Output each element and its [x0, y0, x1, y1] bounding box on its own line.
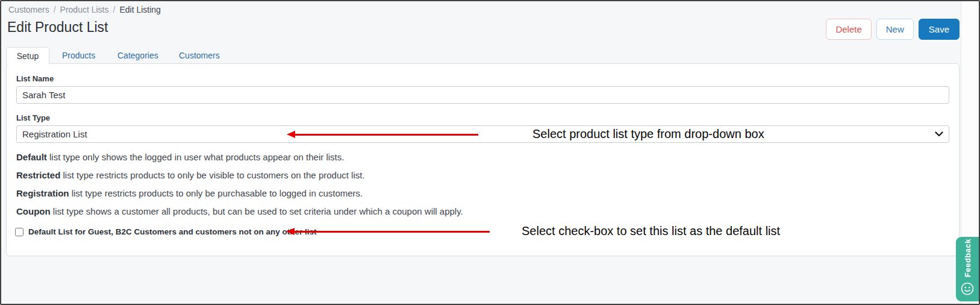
list-name-input[interactable]: [16, 86, 949, 104]
delete-button[interactable]: Delete: [826, 19, 871, 40]
help-coupon-term: Coupon: [16, 206, 51, 216]
list-type-select-wrap: Registration List: [16, 125, 949, 143]
help-restricted: Restricted list type restricts products …: [16, 170, 365, 180]
header-actions: Delete New Save: [826, 19, 960, 40]
annotation-arrow-list-type: [295, 134, 478, 136]
help-restricted-text: list type restricts products to only be …: [60, 170, 364, 180]
new-button[interactable]: New: [876, 19, 914, 40]
annotation-note-list-type: Select product list type from drop-down …: [530, 127, 767, 141]
breadcrumb-customers[interactable]: Customers: [8, 5, 49, 14]
tab-setup[interactable]: Setup: [6, 47, 49, 64]
feedback-label: Feedback: [963, 237, 972, 281]
help-registration-text: list type restricts products to only be …: [69, 188, 363, 198]
smiley-icon: [960, 281, 975, 296]
help-restricted-term: Restricted: [16, 170, 60, 180]
breadcrumb-edit-listing: Edit Listing: [119, 5, 160, 14]
breadcrumb-separator: /: [113, 5, 116, 14]
list-type-select[interactable]: Registration List: [16, 125, 949, 143]
default-list-checkbox-label[interactable]: Default List for Guest, B2C Customers an…: [28, 227, 317, 236]
tab-products[interactable]: Products: [62, 51, 95, 60]
help-registration-term: Registration: [16, 188, 69, 198]
page-title: Edit Product List: [7, 19, 108, 36]
list-name-label: List Name: [16, 74, 54, 83]
tab-categories[interactable]: Categories: [117, 51, 158, 60]
annotation-arrow-checkbox: [294, 231, 490, 233]
breadcrumb-separator: /: [54, 5, 56, 14]
feedback-button[interactable]: Feedback: [956, 237, 979, 301]
help-default-text: list type only shows the logged in user …: [47, 152, 345, 162]
breadcrumb: Customers / Product Lists / Edit Listing: [8, 5, 161, 14]
help-default: Default list type only shows the logged …: [16, 152, 344, 162]
app-window: Customers / Product Lists / Edit Listing…: [0, 0, 980, 305]
save-button[interactable]: Save: [919, 19, 960, 40]
breadcrumb-product-lists[interactable]: Product Lists: [60, 5, 109, 14]
help-default-term: Default: [16, 152, 47, 162]
tab-customers[interactable]: Customers: [179, 51, 220, 60]
setup-panel: List Name List Type Registration List Se…: [6, 63, 960, 256]
help-coupon: Coupon list type shows a customer all pr…: [16, 206, 463, 216]
default-list-row: Default List for Guest, B2C Customers an…: [15, 227, 317, 236]
annotation-note-checkbox: Select check-box to set this list as the…: [519, 224, 782, 238]
help-registration: Registration list type restricts product…: [16, 188, 363, 198]
help-coupon-text: list type shows a customer all products,…: [51, 206, 463, 216]
list-type-label: List Type: [16, 113, 50, 122]
default-list-checkbox[interactable]: [15, 228, 23, 236]
